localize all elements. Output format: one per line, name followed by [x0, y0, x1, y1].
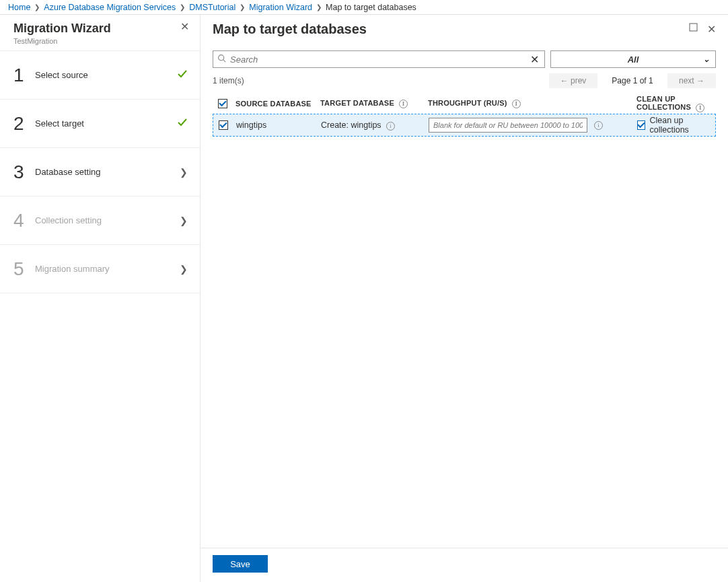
chevron-down-icon: ⌄ — [703, 54, 710, 64]
select-all-checkbox[interactable] — [218, 99, 227, 108]
info-icon[interactable]: i — [512, 100, 521, 108]
check-icon — [176, 69, 188, 81]
col-cleanup: Clean up collections — [636, 95, 691, 111]
row-checkbox[interactable] — [219, 120, 228, 130]
search-input[interactable] — [230, 54, 529, 65]
row-source-database: wingtips — [233, 120, 321, 130]
step-number: 5 — [13, 258, 32, 280]
check-icon — [176, 117, 188, 130]
chevron-right-icon: ❯ — [316, 3, 322, 11]
step-label: Database setting — [32, 167, 176, 177]
table-row[interactable]: wingtips Create: wingtips i i Clean up c… — [213, 114, 716, 137]
svg-rect-0 — [690, 24, 697, 31]
chevron-right-icon: ❯ — [176, 215, 188, 226]
wizard-step-select-target[interactable]: 2 Select target — [0, 100, 200, 148]
chevron-right-icon: ❯ — [180, 3, 185, 11]
step-number: 3 — [13, 161, 32, 183]
svg-line-2 — [223, 60, 225, 62]
item-count: 1 item(s) — [213, 76, 244, 85]
breadcrumb: Home ❯ Azure Database Migration Services… — [0, 0, 728, 15]
wizard-title: Migration Wizard — [13, 22, 111, 36]
wizard-step-select-source[interactable]: 1 Select source — [0, 51, 200, 100]
breadcrumb-link-wizard[interactable]: Migration Wizard — [249, 3, 312, 12]
step-number: 1 — [13, 65, 32, 86]
breadcrumb-link-service[interactable]: Azure Database Migration Services — [44, 3, 176, 12]
content-pane: Map to target databases ✕ ✕ All ⌄ — [201, 15, 728, 582]
table-header: Source database Target database i Throug… — [213, 94, 716, 114]
filter-dropdown[interactable]: All ⌄ — [550, 50, 716, 68]
info-icon[interactable]: i — [696, 104, 704, 112]
info-icon[interactable]: i — [594, 121, 603, 130]
next-page-button[interactable]: next → — [667, 73, 716, 88]
cleanup-label: Clean up collections — [649, 116, 715, 135]
svg-point-1 — [219, 55, 224, 61]
col-target-database: Target database — [320, 99, 394, 107]
chevron-right-icon: ❯ — [176, 264, 188, 275]
wizard-step-collection-setting[interactable]: 4 Collection setting ❯ — [0, 196, 200, 245]
step-label: Collection setting — [32, 215, 176, 225]
col-throughput: Throughput (RU/s) — [428, 99, 507, 107]
breadcrumb-current: Map to target databases — [326, 3, 416, 12]
search-icon — [217, 54, 226, 65]
pager: ← prev Page 1 of 1 next → — [549, 73, 716, 88]
close-icon[interactable]: ✕ — [180, 22, 189, 32]
wizard-step-migration-summary[interactable]: 5 Migration summary ❯ — [0, 245, 200, 293]
breadcrumb-link-resource[interactable]: DMSTutorial — [189, 3, 235, 12]
row-target-database: Create: wingtips — [321, 120, 381, 130]
clear-search-icon[interactable]: ✕ — [529, 53, 540, 66]
step-label: Select target — [32, 118, 176, 129]
info-icon[interactable]: i — [386, 122, 395, 131]
cleanup-checkbox[interactable] — [637, 120, 645, 130]
maximize-icon[interactable] — [689, 23, 698, 36]
wizard-subtitle: TestMigration — [13, 37, 111, 45]
save-button[interactable]: Save — [213, 555, 268, 573]
step-number: 2 — [13, 113, 32, 135]
page-info: Page 1 of 1 — [597, 76, 667, 85]
wizard-sidebar: Migration Wizard TestMigration ✕ 1 Selec… — [0, 15, 201, 582]
col-source-database: Source database — [233, 100, 320, 108]
page-title: Map to target databases — [213, 22, 367, 37]
chevron-right-icon: ❯ — [240, 3, 245, 11]
wizard-step-database-setting[interactable]: 3 Database setting ❯ — [0, 148, 200, 196]
throughput-input[interactable] — [429, 118, 587, 133]
step-label: Select source — [32, 70, 176, 80]
chevron-right-icon: ❯ — [176, 167, 188, 178]
breadcrumb-link-home[interactable]: Home — [8, 3, 30, 12]
info-icon[interactable]: i — [399, 100, 408, 108]
filter-value: All — [628, 54, 639, 65]
close-icon[interactable]: ✕ — [707, 23, 716, 36]
prev-page-button[interactable]: ← prev — [549, 73, 597, 88]
search-input-wrapper: ✕ — [213, 50, 545, 68]
step-number: 4 — [13, 210, 32, 231]
step-label: Migration summary — [32, 264, 176, 274]
chevron-right-icon: ❯ — [34, 3, 40, 11]
